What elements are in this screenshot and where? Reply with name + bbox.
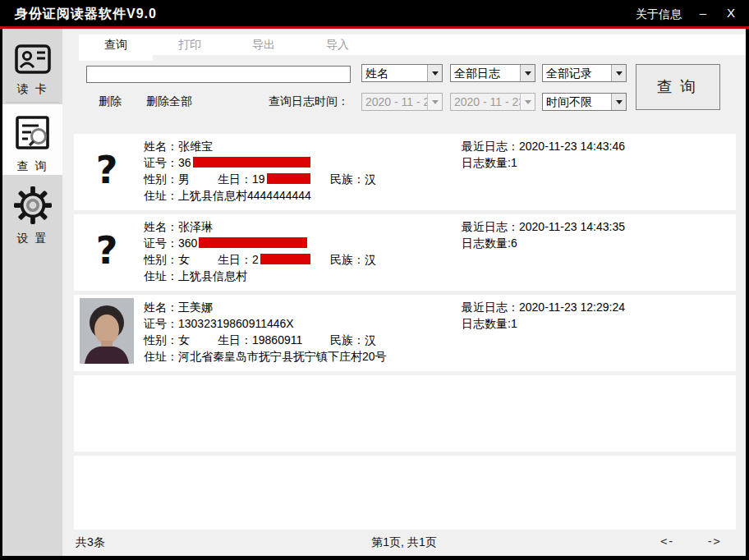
chevron-down-icon[interactable] — [427, 94, 442, 110]
window-title: 身份证阅读器软件V9.0 — [15, 6, 157, 23]
query-button[interactable]: 查询 — [636, 64, 720, 110]
main-panel: 查询 打印 导出 导入 姓名 全部日志 全部记录 查询 删除 删除全部 查询日志… — [62, 29, 746, 556]
about-menu-item[interactable]: 关于信息 — [636, 7, 682, 22]
record-log-count: 日志数量:1 — [462, 156, 517, 171]
sidebar: 读 卡 查 询 — [2, 29, 62, 556]
minimize-button[interactable]: – — [695, 6, 711, 20]
record-row-empty — [74, 456, 736, 530]
window-body: 读 卡 查 询 — [2, 29, 746, 556]
date-to-value: 2020 - 11 - 23 — [454, 95, 525, 108]
time-range-value: 时间不限 — [546, 95, 592, 110]
record-name: 姓名：张泽琳 — [144, 220, 213, 235]
log-time-label: 查询日志时间： — [269, 94, 349, 109]
sidebar-item-read-card[interactable]: 读 卡 — [2, 44, 62, 101]
close-button[interactable]: X — [723, 6, 739, 20]
redaction-bar — [193, 157, 310, 168]
record-type-select[interactable]: 全部记录 — [542, 64, 627, 82]
record-address: 住址：上犹县信息村4444444444 — [144, 189, 311, 204]
chevron-down-icon[interactable] — [520, 65, 535, 81]
record-last-log: 最近日志：2020-11-23 14:43:46 — [462, 140, 625, 154]
record-address: 住址：上犹县信息村 — [144, 269, 247, 284]
record-log-count: 日志数量:6 — [462, 236, 517, 251]
date-to-picker[interactable]: 2020 - 11 - 23 — [450, 93, 535, 111]
log-type-select[interactable]: 全部日志 — [450, 64, 535, 82]
record-last-log: 最近日志：2020-11-23 14:43:35 — [462, 220, 625, 235]
sidebar-divider — [6, 102, 59, 103]
page-indicator: 第1页, 共1页 — [62, 535, 746, 550]
sidebar-item-label: 查 询 — [17, 159, 48, 172]
record-id: 证号：360 — [144, 236, 307, 251]
sidebar-item-settings[interactable]: 设 置 — [2, 186, 62, 244]
sidebar-item-label: 读 卡 — [17, 82, 48, 95]
tab-print[interactable]: 打印 — [153, 34, 227, 55]
chevron-down-icon[interactable] — [427, 65, 442, 81]
log-type-select-value: 全部日志 — [454, 67, 500, 81]
tab-query[interactable]: 查询 — [79, 34, 153, 61]
title-bar: 身份证阅读器软件V9.0 关于信息 – X — [0, 0, 749, 26]
chevron-down-icon[interactable] — [611, 94, 626, 110]
tab-bar: 查询 打印 导出 导入 — [79, 34, 374, 61]
tab-export[interactable]: 导出 — [227, 34, 301, 55]
record-id: 证号：36 — [144, 156, 310, 171]
record-row[interactable]: ? 姓名：张维宝 证号：36 性别：男 生日：19 民族：汉 住址：上犹县信息村… — [74, 134, 736, 210]
delete-all-button[interactable]: 删除全部 — [146, 94, 192, 109]
record-row-empty — [74, 375, 736, 452]
redaction-bar — [267, 173, 310, 184]
record-address: 住址：河北省秦皇岛市抚宁县抚宁镇下庄村20号 — [144, 350, 387, 365]
time-range-select[interactable]: 时间不限 — [542, 93, 627, 111]
portrait-photo — [80, 298, 134, 364]
record-name: 姓名：张维宝 — [144, 140, 213, 154]
tab-import[interactable]: 导入 — [301, 34, 374, 55]
field-select-value: 姓名 — [365, 67, 388, 81]
search-doc-icon — [2, 114, 62, 155]
field-select[interactable]: 姓名 — [361, 64, 443, 82]
photo-placeholder-question-mark: ? — [80, 137, 134, 203]
chevron-down-icon[interactable] — [611, 65, 626, 81]
date-from-picker[interactable]: 2020 - 11 - 23 — [361, 93, 443, 111]
record-row[interactable]: ? 姓名：张泽琳 证号：360 性别：女 生日：2 民族：汉 住址：上犹县信息村… — [74, 214, 736, 291]
chevron-down-icon[interactable] — [520, 94, 535, 110]
search-input[interactable] — [86, 66, 351, 83]
record-log-count: 日志数量:1 — [462, 317, 517, 332]
app-window: 身份证阅读器软件V9.0 关于信息 – X 读 卡 — [0, 0, 749, 560]
gear-icon — [2, 186, 62, 227]
record-type-select-value: 全部记录 — [546, 67, 592, 81]
redaction-bar — [260, 254, 310, 264]
sidebar-item-label: 设 置 — [17, 232, 48, 245]
next-page-button[interactable]: -> — [706, 535, 720, 548]
record-name: 姓名：王美娜 — [144, 301, 213, 315]
prev-page-button[interactable]: <- — [660, 535, 674, 548]
record-row[interactable]: 姓名：王美娜 证号：13032319860911446X 性别：女 生日：198… — [74, 295, 736, 371]
delete-button[interactable]: 删除 — [99, 94, 122, 109]
redaction-bar — [199, 237, 307, 248]
sidebar-item-query[interactable]: 查 询 — [2, 104, 62, 175]
record-id: 证号：13032319860911446X — [144, 317, 294, 332]
record-last-log: 最近日志：2020-11-23 12:29:24 — [462, 301, 625, 315]
photo-placeholder-question-mark: ? — [80, 218, 134, 283]
id-card-icon — [2, 44, 62, 78]
date-from-value: 2020 - 11 - 23 — [365, 95, 436, 108]
